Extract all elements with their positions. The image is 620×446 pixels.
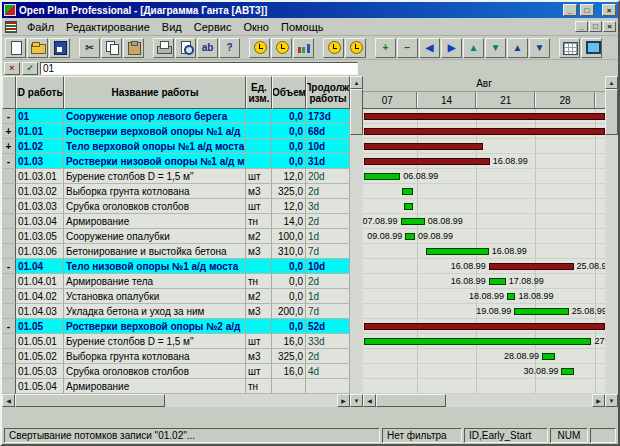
summary-bar[interactable]: [364, 323, 605, 330]
time-analysis-button[interactable]: [249, 38, 270, 58]
gantt-vertical-scrollbar[interactable]: ▲ ▼: [605, 76, 618, 407]
header-unit[interactable]: Ед. изм.: [246, 76, 272, 109]
scrollbar-track[interactable]: [350, 135, 363, 394]
scrollbar-thumb[interactable]: [15, 394, 165, 407]
move-up-button[interactable]: ▲: [463, 38, 484, 58]
move-down-button[interactable]: ▼: [485, 38, 506, 58]
gantt-horizontal-scrollbar[interactable]: ◀ ▶: [363, 394, 605, 407]
cut-button[interactable]: ✂: [79, 38, 100, 58]
histogram-button[interactable]: [293, 38, 314, 58]
task-bar[interactable]: [507, 293, 515, 300]
task-bar[interactable]: [542, 353, 555, 360]
cell-expand[interactable]: -: [2, 154, 16, 169]
open-button[interactable]: [27, 38, 48, 58]
task-bar[interactable]: [426, 248, 489, 255]
menu-item-tools[interactable]: Сервис: [188, 19, 238, 35]
table-row[interactable]: 01.05.02Выборка грунта котлованам3325,02…: [2, 349, 350, 364]
table-row[interactable]: 01.05.04Армированиетн: [2, 379, 350, 394]
cell-expand[interactable]: -: [2, 259, 16, 274]
scroll-right-button[interactable]: ▶: [592, 394, 605, 407]
summary-bar[interactable]: [489, 263, 574, 270]
menu-item-view[interactable]: Вид: [156, 19, 188, 35]
table-row[interactable]: 01.05.01Бурение столбов D = 1,5 м"шт16,0…: [2, 334, 350, 349]
child-restore-button[interactable]: □: [589, 21, 602, 32]
table-row[interactable]: -01.04Тело низовой опоры №1 а/д моста0,0…: [2, 259, 350, 274]
paste-button[interactable]: [123, 38, 144, 58]
header-id[interactable]: ID работы: [16, 76, 64, 109]
context-help-button[interactable]: ?: [219, 38, 240, 58]
app-icon[interactable]: [4, 4, 16, 16]
scrollbar-track[interactable]: [446, 394, 592, 407]
screen-view-button[interactable]: [581, 38, 602, 58]
add-activity-button[interactable]: +: [375, 38, 396, 58]
summary-bar[interactable]: [364, 143, 483, 150]
cell-expand[interactable]: +: [2, 139, 16, 154]
copy-button[interactable]: [101, 38, 122, 58]
print-preview-button[interactable]: [175, 38, 196, 58]
collapse-all-button[interactable]: ▼: [529, 38, 550, 58]
child-close-button[interactable]: ×: [603, 21, 616, 32]
menu-item-file[interactable]: Файл: [21, 19, 60, 35]
scroll-down-button[interactable]: ▼: [350, 394, 363, 407]
table-row[interactable]: 01.03.04Армированиетн14,02d: [2, 214, 350, 229]
delete-activity-button[interactable]: −: [397, 38, 418, 58]
table-row[interactable]: -01Сооружение опор левого берега0,0173d: [2, 109, 350, 124]
scrollbar-track[interactable]: [165, 394, 337, 407]
scroll-up-button[interactable]: ▲: [605, 76, 618, 89]
table-row[interactable]: 01.04.02Установка опалубким20,01d: [2, 289, 350, 304]
cancel-edit-button[interactable]: ×: [4, 62, 20, 75]
expand-all-button[interactable]: ▲: [507, 38, 528, 58]
scroll-right-button[interactable]: ▶: [337, 394, 350, 407]
spelling-button[interactable]: ab: [197, 38, 218, 58]
scrollbar-thumb[interactable]: [376, 394, 446, 407]
table-row[interactable]: 01.03.05Сооружение опалубким2100,01d: [2, 229, 350, 244]
child-minimize-button[interactable]: _: [575, 21, 588, 32]
table-vertical-scrollbar[interactable]: ▲ ▼: [350, 76, 363, 407]
save-button[interactable]: [49, 38, 70, 58]
table-row[interactable]: 01.04.01Армирование телатн0,02d: [2, 274, 350, 289]
header-volume[interactable]: Объем: [272, 76, 306, 109]
close-button[interactable]: ×: [602, 4, 616, 16]
scrollbar-thumb[interactable]: [350, 89, 363, 135]
header-name[interactable]: Название работы: [64, 76, 246, 109]
indent-button[interactable]: ▶: [441, 38, 462, 58]
summary-bar[interactable]: [364, 113, 605, 120]
cell-expand[interactable]: -: [2, 319, 16, 334]
task-bar[interactable]: [561, 368, 573, 375]
scroll-left-button[interactable]: ◀: [2, 394, 15, 407]
summary-bar[interactable]: [364, 158, 490, 165]
scroll-down-button[interactable]: ▼: [605, 394, 618, 407]
table-row[interactable]: -01.03Ростверки низовой опоры №1 а/д м0,…: [2, 154, 350, 169]
cell-edit-input[interactable]: [40, 62, 358, 75]
minimize-button[interactable]: _: [563, 4, 577, 16]
table-row[interactable]: -01.05Ростверки верховой опоры №2 а/д0,0…: [2, 319, 350, 334]
scrollbar-thumb[interactable]: [605, 89, 618, 135]
menu-item-edit[interactable]: Редактирование: [60, 19, 156, 35]
table-row[interactable]: 01.05.03Срубка оголовков столбовшт16,04d: [2, 364, 350, 379]
task-bar[interactable]: [402, 188, 413, 195]
task-bar[interactable]: [514, 308, 568, 315]
actual-dates-button[interactable]: [345, 38, 366, 58]
header-duration[interactable]: Продолж. работы: [306, 76, 350, 109]
menu-item-window[interactable]: Окно: [237, 19, 275, 35]
scrollbar-track[interactable]: [605, 135, 618, 394]
cell-expand[interactable]: -: [2, 109, 16, 124]
cell-expand[interactable]: +: [2, 124, 16, 139]
accept-edit-button[interactable]: ✓: [22, 62, 38, 75]
table-row[interactable]: 01.03.06Бетонирование и выстойка бетонам…: [2, 244, 350, 259]
baseline-dates-button[interactable]: [323, 38, 344, 58]
table-row[interactable]: 01.03.03Срубка оголовков столбовшт12,03d: [2, 199, 350, 214]
new-button[interactable]: [5, 38, 26, 58]
task-bar[interactable]: [405, 233, 415, 240]
menu-item-help[interactable]: Помощь: [275, 19, 330, 35]
print-button[interactable]: [153, 38, 174, 58]
maximize-button[interactable]: □: [580, 4, 594, 16]
table-view-button[interactable]: [559, 38, 580, 58]
table-row[interactable]: 01.03.02Выборка грунта котлованам3325,02…: [2, 184, 350, 199]
outdent-button[interactable]: ◀: [419, 38, 440, 58]
table-row[interactable]: +01.01Ростверки верховой опоры №1 а/д0,0…: [2, 124, 350, 139]
task-bar[interactable]: [489, 278, 506, 285]
task-bar[interactable]: [364, 338, 591, 345]
table-row[interactable]: 01.04.03Укладка бетона и уход за нимм320…: [2, 304, 350, 319]
table-horizontal-scrollbar[interactable]: ◀ ▶: [2, 394, 350, 407]
